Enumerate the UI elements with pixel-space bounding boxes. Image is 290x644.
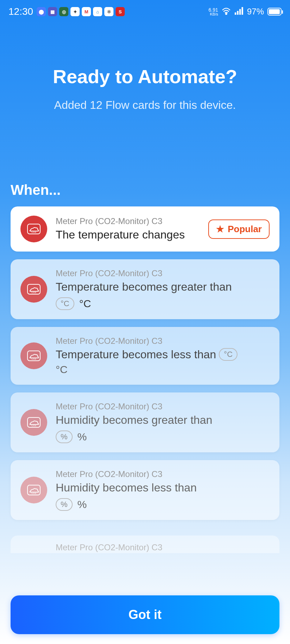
header: Ready to Automate? Added 12 Flow cards f… (0, 20, 290, 112)
svg-text:CO₂: CO₂ (31, 424, 36, 427)
flow-card-temp-less-than[interactable]: CO₂ Meter Pro (CO2-Monitor) C3 Temperatu… (11, 327, 279, 385)
device-name: Meter Pro (CO2-Monitor) C3 (56, 402, 270, 411)
unit-chip-percent[interactable]: % (56, 431, 73, 443)
card-title: Temperature becomes greater than (56, 280, 270, 294)
page-subtitle: Added 12 Flow cards for this device. (11, 99, 279, 112)
card-title: Temperature becomes less than (56, 347, 216, 361)
svg-point-0 (226, 13, 227, 14)
unit-label: % (78, 499, 87, 510)
svg-rect-3 (239, 9, 241, 14)
flow-card-humidity-less-than[interactable]: CO₂ Meter Pro (CO2-Monitor) C3 Humidity … (11, 460, 279, 520)
svg-text:CO₂: CO₂ (31, 358, 36, 360)
card-content: Meter Pro (CO2-Monitor) C3 Temperature b… (56, 268, 270, 310)
signal-icon (234, 7, 243, 17)
app-icon: ✦ (70, 7, 80, 16)
svg-rect-2 (237, 11, 239, 15)
page-title: Ready to Automate? (11, 66, 279, 87)
unit-label: % (78, 431, 87, 443)
unit-chip-celsius[interactable]: °C (219, 348, 237, 361)
popular-badge: ★ Popular (208, 219, 270, 239)
svg-rect-1 (235, 12, 236, 15)
svg-text:CO₂: CO₂ (31, 231, 36, 233)
co2-sensor-icon: CO₂ (20, 409, 47, 436)
device-name: Meter Pro (CO2-Monitor) C3 (56, 336, 270, 346)
flow-card-temperature-changes[interactable]: CO₂ Meter Pro (CO2-Monitor) C3 The tempe… (11, 206, 279, 252)
co2-sensor-icon: CO₂ (20, 342, 47, 369)
star-icon: ★ (216, 224, 224, 235)
app-icon: ◎ (59, 7, 68, 16)
co2-sensor-icon: CO₂ (20, 477, 47, 503)
svg-rect-4 (242, 7, 243, 15)
app-icon: S (116, 7, 125, 16)
net-speed-unit: KB/s (209, 12, 218, 16)
got-it-button[interactable]: Got it (11, 595, 279, 634)
card-title: Humidity becomes less than (56, 481, 270, 495)
notification-icons: ⬤ ▦ ◎ ✦ M ⌂ ✱ S (37, 7, 125, 16)
section-heading-when: When... (0, 182, 290, 198)
wifi-icon (222, 7, 231, 17)
unit-label: °C (79, 298, 91, 310)
unit-chip-percent[interactable]: % (56, 498, 73, 511)
bottom-button-wrap: Got it (11, 595, 279, 634)
flow-card-partial[interactable]: Meter Pro (CO2-Monitor) C3 (11, 535, 279, 553)
flow-card-temp-greater-than[interactable]: CO₂ Meter Pro (CO2-Monitor) C3 Temperatu… (11, 259, 279, 319)
network-speed: 6.91 KB/s (209, 7, 218, 16)
flow-card-humidity-greater-than[interactable]: CO₂ Meter Pro (CO2-Monitor) C3 Humidity … (11, 392, 279, 452)
app-icon: M (82, 7, 91, 16)
app-icon: ⬤ (37, 7, 46, 16)
status-right: 6.91 KB/s 97% (209, 7, 282, 17)
card-content: Meter Pro (CO2-Monitor) C3 Humidity beco… (56, 469, 270, 511)
device-name: Meter Pro (CO2-Monitor) C3 (56, 469, 270, 479)
unit-row: % % (56, 498, 270, 511)
co2-sensor-icon: CO₂ (20, 216, 47, 242)
card-content: Meter Pro (CO2-Monitor) C3 The temperatu… (56, 216, 200, 242)
device-name: Meter Pro (CO2-Monitor) C3 (56, 543, 162, 552)
unit-chip-celsius[interactable]: °C (56, 297, 74, 310)
device-name: Meter Pro (CO2-Monitor) C3 (56, 216, 200, 226)
svg-text:CO₂: CO₂ (31, 492, 36, 494)
battery-percent: 97% (247, 7, 264, 17)
card-content: Meter Pro (CO2-Monitor) C3 Humidity beco… (56, 402, 270, 443)
device-name: Meter Pro (CO2-Monitor) C3 (56, 268, 270, 278)
co2-sensor-icon: CO₂ (20, 276, 47, 303)
app-icon: ▦ (48, 7, 57, 16)
card-title: The temperature changes (56, 228, 200, 242)
clock: 12:30 (8, 6, 33, 17)
unit-row: °C °C (56, 297, 270, 310)
card-title: Humidity becomes greater than (56, 413, 270, 427)
badge-label: Popular (228, 224, 262, 235)
app-icon: ✱ (104, 7, 113, 16)
unit-label: °C (56, 364, 270, 376)
card-content: Meter Pro (CO2-Monitor) C3 Temperature b… (56, 336, 270, 376)
battery-icon (267, 8, 282, 16)
app-icon: ⌂ (93, 7, 102, 16)
status-left: 12:30 ⬤ ▦ ◎ ✦ M ⌂ ✱ S (8, 6, 125, 17)
unit-row: % % (56, 431, 270, 443)
status-bar: 12:30 ⬤ ▦ ◎ ✦ M ⌂ ✱ S 6.91 KB/s 97% (0, 0, 290, 20)
svg-text:CO₂: CO₂ (31, 291, 36, 293)
flow-cards-list: CO₂ Meter Pro (CO2-Monitor) C3 The tempe… (0, 206, 290, 553)
